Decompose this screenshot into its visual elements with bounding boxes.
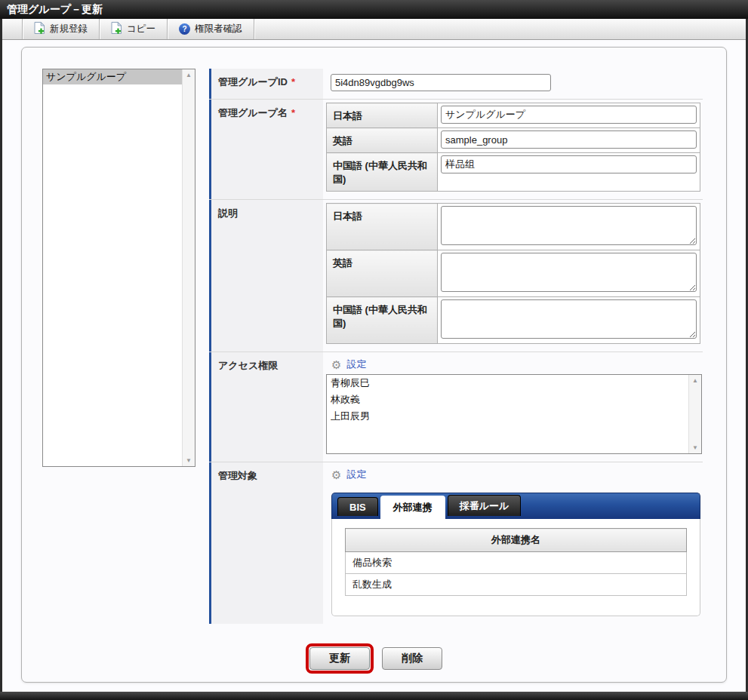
required-mark: * (291, 76, 295, 88)
table-row: 中国語 (中華人民共和国) (327, 153, 700, 192)
section-access-rights: アクセス権限 ⚙ 設定 青柳辰巳 林政義 上田辰男 ▲ ▼ (209, 352, 703, 462)
update-button[interactable]: 更新 (309, 647, 370, 670)
managed-targets-tab-widget: BIS 外部連携 採番ルール 外部連携名 備品検索 (331, 493, 700, 616)
tab-external-link[interactable]: 外部連携 (380, 496, 445, 519)
main-panel: サンプルグループ ▲ ▼ 管理グループID* 管理グループ名* (21, 47, 727, 683)
table-row: 英語 (327, 250, 700, 297)
desc-en-textarea[interactable] (441, 253, 697, 292)
name-en-label: 英語 (327, 128, 438, 153)
table-header-row: 外部連携名 (346, 529, 687, 552)
desc-ja-textarea[interactable] (441, 206, 697, 245)
tab-numbering-rule[interactable]: 採番ルール (448, 495, 522, 516)
managed-targets-label-text: 管理対象 (218, 470, 257, 481)
new-document-icon (34, 22, 45, 36)
member-item[interactable]: 上田辰男 (327, 408, 688, 425)
table-row: 備品検索 (346, 552, 687, 574)
group-name-label: 管理グループ名* (209, 100, 323, 199)
group-form: 管理グループID* 管理グループ名* 日本語 (209, 69, 703, 624)
section-managed-targets: 管理対象 ⚙ 設定 BIS 外部連携 採番ルール (209, 462, 703, 624)
access-rights-listbox[interactable]: 青柳辰巳 林政義 上田辰男 ▲ ▼ (326, 374, 702, 454)
copy-document-icon (111, 22, 122, 36)
description-table: 日本語 英語 中国語 (中華人民共和国) (326, 203, 700, 344)
table-row: 日本語 (327, 103, 700, 128)
name-ja-input[interactable] (441, 106, 697, 124)
member-item[interactable]: 青柳辰巳 (327, 375, 688, 391)
access-rights-settings-link[interactable]: 設定 (346, 358, 366, 371)
group-id-input[interactable] (331, 74, 551, 91)
table-row: 乱数生成 (346, 574, 687, 596)
tab-bar: BIS 外部連携 採番ルール (331, 493, 700, 519)
external-link-table: 外部連携名 備品検索 乱数生成 (345, 528, 687, 596)
member-item[interactable]: 林政義 (327, 391, 688, 408)
name-en-input[interactable] (441, 130, 697, 149)
action-buttons: 更新 削除 (22, 643, 726, 674)
desc-zh-textarea[interactable] (441, 299, 697, 339)
click-target-annotation: 更新 (306, 643, 374, 674)
table-row: 中国語 (中華人民共和国) (327, 297, 700, 344)
scroll-down-icon[interactable]: ▼ (186, 457, 192, 464)
help-circle-icon: ? (179, 23, 190, 35)
description-label: 説明 (209, 200, 323, 352)
scroll-up-icon[interactable]: ▲ (186, 72, 192, 78)
copy-label: コピー (127, 23, 155, 35)
group-id-label: 管理グループID* (209, 69, 323, 99)
toolbar: 新規登録 コピー ? 権限者確認 (2, 19, 746, 40)
name-zh-label: 中国語 (中華人民共和国) (327, 153, 438, 192)
external-link-cell[interactable]: 備品検索 (346, 552, 687, 574)
desc-zh-label: 中国語 (中華人民共和国) (327, 297, 438, 344)
desc-en-label: 英語 (327, 250, 438, 297)
window-frame-bottom (0, 692, 748, 700)
new-registration-label: 新規登録 (50, 23, 88, 35)
tab-bis[interactable]: BIS (337, 497, 378, 516)
required-mark: * (291, 107, 295, 118)
external-link-name-header: 外部連携名 (346, 529, 687, 552)
gear-icon: ⚙ (331, 359, 341, 370)
group-name-label-text: 管理グループ名 (218, 107, 288, 118)
description-label-text: 説明 (218, 207, 238, 219)
access-rights-label: アクセス権限 (209, 352, 323, 462)
authority-check-button[interactable]: ? 権限者確認 (168, 19, 254, 39)
name-ja-label: 日本語 (327, 103, 438, 128)
table-row: 日本語 (327, 204, 700, 250)
external-link-cell[interactable]: 乱数生成 (346, 574, 687, 596)
copy-button[interactable]: コピー (100, 19, 167, 39)
managed-targets-label: 管理対象 (209, 462, 323, 624)
tab-content: 外部連携名 備品検索 乱数生成 (331, 519, 700, 616)
group-list-scrollbar[interactable]: ▲ ▼ (182, 69, 195, 466)
group-list-item[interactable]: サンプルグループ (43, 69, 182, 84)
delete-button[interactable]: 削除 (382, 647, 442, 670)
managed-targets-settings-link[interactable]: 設定 (346, 468, 366, 481)
scroll-down-icon[interactable]: ▼ (692, 444, 698, 451)
member-list-scrollbar[interactable]: ▲ ▼ (688, 375, 701, 453)
scroll-up-icon[interactable]: ▲ (692, 377, 698, 384)
authority-check-label: 権限者確認 (195, 23, 242, 35)
group-id-label-text: 管理グループID (218, 76, 288, 88)
new-registration-button[interactable]: 新規登録 (23, 19, 99, 39)
section-description: 説明 日本語 英語 中国語 (中華人民共和国) (209, 199, 703, 352)
access-rights-label-text: アクセス権限 (218, 360, 278, 371)
toolbar-separator (254, 19, 254, 39)
window-frame-left (0, 19, 2, 700)
window-title: 管理グループ－更新 (0, 0, 748, 19)
page-content: サンプルグループ ▲ ▼ 管理グループID* 管理グループ名* (2, 40, 746, 692)
group-name-table: 日本語 英語 中国語 (中華人民共和国) (326, 103, 700, 192)
name-zh-input[interactable] (441, 155, 697, 173)
gear-icon: ⚙ (331, 469, 341, 480)
table-row: 英語 (327, 128, 700, 153)
section-group-name: 管理グループ名* 日本語 英語 中国語 (中華人民共和国) (209, 99, 703, 199)
desc-ja-label: 日本語 (327, 204, 438, 250)
section-group-id: 管理グループID* (209, 69, 703, 99)
group-listbox[interactable]: サンプルグループ ▲ ▼ (42, 69, 195, 467)
